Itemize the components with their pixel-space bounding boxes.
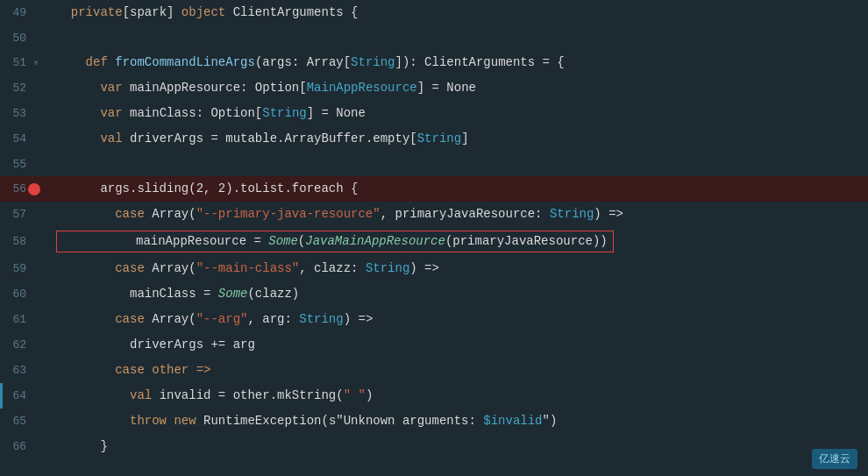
- code-token: [56, 53, 86, 72]
- code-content: [53, 25, 868, 50]
- code-token: ): [366, 387, 373, 405]
- line-gutter: 53: [0, 101, 53, 126]
- code-token: [56, 104, 100, 123]
- code-token: mainClass =: [56, 285, 218, 303]
- line-gutter: 51▿: [0, 50, 53, 75]
- code-token: [56, 4, 71, 22]
- line-number: 49: [7, 6, 26, 19]
- code-line: 65 throw new RuntimeException(s"Unknown …: [0, 409, 868, 434]
- code-line: 66 }: [0, 434, 868, 459]
- code-token: [56, 412, 130, 430]
- code-token: ] = None: [307, 104, 366, 123]
- code-token: ]: [461, 130, 468, 148]
- code-line: 55: [0, 152, 868, 176]
- line-gutter: 57: [0, 202, 53, 227]
- line-number: 63: [7, 364, 26, 377]
- code-line: 49 private[spark] object ClientArguments…: [0, 0, 868, 25]
- line-number: 61: [7, 313, 26, 326]
- code-token: (clazz): [247, 285, 299, 303]
- line-number: 54: [7, 132, 26, 146]
- fold-icon[interactable]: ▿: [30, 57, 42, 69]
- code-editor: 49 private[spark] object ClientArguments…: [0, 0, 868, 476]
- code-token: Some: [218, 285, 248, 303]
- code-token: [56, 361, 115, 380]
- code-line: 54 val driverArgs = mutable.ArrayBuffer.…: [0, 126, 868, 152]
- code-token: invalid = other.mkString(: [152, 387, 343, 405]
- code-token: case other =>: [115, 361, 210, 380]
- code-token: RuntimeException(s"Unknown arguments:: [196, 412, 484, 430]
- code-token: val: [100, 130, 122, 148]
- code-token: (args: Array[: [255, 53, 351, 72]
- code-content: case Array("--main-class", clazz: String…: [53, 256, 868, 281]
- line-gutter: 58: [0, 227, 53, 256]
- code-token: String: [550, 205, 594, 224]
- code-token: String: [417, 130, 461, 148]
- code-token: , primaryJavaResource:: [381, 205, 550, 224]
- code-token: ] = None: [417, 79, 476, 97]
- code-token: fromCommandLineArgs: [115, 53, 255, 72]
- code-content: case other =>: [53, 358, 868, 383]
- code-token: throw: [130, 412, 167, 430]
- code-token: "--primary-java-resource": [196, 205, 381, 224]
- code-content: [53, 152, 868, 176]
- code-token: def: [86, 53, 108, 72]
- code-content: mainAppResource = Some(JavaMainAppResour…: [53, 227, 868, 256]
- code-token: , clazz:: [299, 259, 366, 278]
- code-content: }: [53, 434, 868, 459]
- line-number: 62: [7, 338, 26, 352]
- line-gutter: 50: [0, 25, 53, 50]
- code-content: val driverArgs = mutable.ArrayBuffer.emp…: [53, 126, 868, 152]
- code-content: var mainClass: Option[String] = None: [53, 101, 868, 126]
- code-token: mainAppResource =: [62, 234, 268, 248]
- breakpoint-icon: [28, 183, 40, 195]
- line-gutter: 56: [0, 176, 53, 202]
- code-token: [56, 79, 100, 97]
- code-content: driverArgs += arg: [53, 332, 868, 358]
- code-token: Array(: [145, 259, 196, 278]
- code-token: private: [71, 4, 123, 22]
- code-token: driverArgs = mutable.ArrayBuffer.empty[: [123, 130, 417, 148]
- line-gutter: 55: [0, 152, 53, 176]
- code-content: args.sliding(2, 2).toList.foreach {: [53, 176, 868, 202]
- line-number: 65: [7, 415, 26, 428]
- code-token: [56, 387, 130, 405]
- line-number: 55: [7, 158, 26, 171]
- code-token: String: [366, 259, 409, 278]
- code-token: ClientArguments {: [225, 4, 358, 22]
- code-token: args.sliding(2, 2).toList.foreach {: [56, 180, 358, 198]
- code-token: }: [56, 437, 108, 456]
- code-token: [108, 53, 115, 72]
- code-token: Array(: [145, 205, 196, 224]
- code-token: ) =>: [344, 310, 374, 329]
- line-gutter: 66: [0, 434, 53, 459]
- line-gutter: 61: [0, 307, 53, 332]
- code-token: MainAppResource: [307, 79, 417, 97]
- code-token: [56, 259, 115, 278]
- line-gutter: 60: [0, 281, 53, 307]
- line-gutter: 59: [0, 256, 53, 281]
- line-gutter: 65: [0, 409, 53, 434]
- code-content: throw new RuntimeException(s"Unknown arg…: [53, 409, 868, 434]
- line-gutter: 64: [0, 383, 53, 409]
- code-line: 60 mainClass = Some(clazz): [0, 281, 868, 307]
- code-line: 56 args.sliding(2, 2).toList.foreach {: [0, 176, 868, 202]
- code-token: $invalid: [483, 412, 542, 430]
- code-token: ) =>: [409, 259, 439, 278]
- code-line: 52 var mainAppResource: Option[MainAppRe…: [0, 75, 868, 101]
- code-line: 57 case Array("--primary-java-resource",…: [0, 202, 868, 227]
- line-gutter: 63: [0, 358, 53, 383]
- code-line: 61 case Array("--arg", arg: String) =>: [0, 307, 868, 332]
- line-number: 53: [7, 107, 26, 120]
- code-token: [56, 310, 115, 329]
- code-token: "--main-class": [196, 259, 300, 278]
- code-token: mainClass: Option[: [123, 104, 263, 123]
- highlighted-code-box: mainAppResource = Some(JavaMainAppResour…: [56, 231, 614, 252]
- line-number: 60: [7, 288, 26, 301]
- code-content: private[spark] object ClientArguments {: [53, 0, 868, 25]
- code-token: val: [130, 387, 152, 405]
- code-token: (primaryJavaResource)): [445, 234, 608, 248]
- code-line: 51▿ def fromCommandLineArgs(args: Array[…: [0, 50, 868, 75]
- code-token: "--arg": [196, 310, 248, 329]
- code-token: ]): ClientArguments = {: [395, 53, 565, 72]
- code-token: ) =>: [594, 205, 623, 224]
